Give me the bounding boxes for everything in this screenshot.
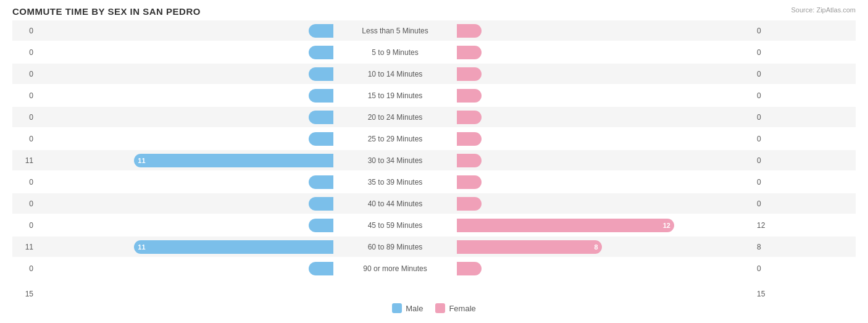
chart-row: 035 to 39 Minutes0 — [12, 172, 856, 192]
legend: Male Female — [12, 303, 856, 313]
female-bar — [457, 262, 482, 275]
female-bar — [457, 154, 482, 167]
row-label: 90 or more Minutes — [333, 264, 457, 273]
left-bar-container — [37, 262, 333, 275]
female-bar — [457, 89, 482, 103]
chart-row: 05 to 9 Minutes0 — [12, 42, 856, 62]
right-value: 0 — [753, 264, 778, 273]
male-bar — [309, 197, 333, 211]
legend-female-label: Female — [449, 304, 475, 313]
left-bar-container — [37, 197, 333, 211]
left-bar-container — [37, 67, 333, 81]
chart-row: 020 to 24 Minutes0 — [12, 107, 856, 127]
right-bar-container — [457, 46, 753, 59]
row-label: 40 to 44 Minutes — [333, 199, 457, 208]
female-bar — [457, 24, 482, 38]
legend-male-box — [392, 303, 402, 313]
female-bar — [457, 46, 482, 59]
female-bar: 12 — [457, 219, 674, 232]
right-value: 0 — [753, 199, 778, 208]
male-bar — [309, 24, 333, 38]
left-bar-container: 11 — [37, 240, 333, 254]
left-value: 0 — [12, 178, 37, 187]
left-value: 0 — [12, 27, 37, 35]
right-bar-container — [457, 197, 753, 211]
chart-row: 090 or more Minutes0 — [12, 258, 856, 279]
male-bar: 11 — [134, 240, 333, 254]
row-label: Less than 5 Minutes — [333, 27, 457, 35]
axis-row: 15 15 — [12, 290, 856, 298]
chart-row: 045 to 59 Minutes1212 — [12, 215, 856, 235]
axis-left-label: 15 — [12, 290, 37, 298]
left-value: 0 — [12, 199, 37, 208]
right-value: 0 — [753, 70, 778, 78]
male-bar — [309, 132, 333, 146]
chart-row: 010 to 14 Minutes0 — [12, 64, 856, 84]
left-value: 0 — [12, 70, 37, 78]
row-label: 30 to 34 Minutes — [333, 156, 457, 165]
row-label: 15 to 19 Minutes — [333, 91, 457, 100]
row-label: 25 to 29 Minutes — [333, 135, 457, 143]
right-value: 0 — [753, 91, 778, 100]
chart-row: 015 to 19 Minutes0 — [12, 85, 856, 106]
right-bar-container — [457, 89, 753, 103]
chart-container: COMMUTE TIME BY SEX IN SAN PEDRO Source:… — [0, 0, 868, 323]
source-label: Source: ZipAtlas.com — [791, 6, 856, 14]
left-bar-container — [37, 111, 333, 124]
right-value: 0 — [753, 156, 778, 165]
right-bar-container — [457, 175, 753, 189]
left-value: 0 — [12, 48, 37, 57]
right-bar-container — [457, 132, 753, 146]
chart-row: 0Less than 5 Minutes0 — [12, 20, 856, 41]
chart-area: 0Less than 5 Minutes005 to 9 Minutes0010… — [12, 20, 856, 286]
left-value: 0 — [12, 264, 37, 273]
right-bar-container: 8 — [457, 240, 753, 254]
male-bar — [309, 89, 333, 103]
right-value: 0 — [753, 27, 778, 35]
male-bar — [309, 67, 333, 81]
male-bar — [309, 219, 333, 232]
male-bar: 11 — [134, 154, 333, 167]
male-bar — [309, 46, 333, 59]
chart-row: 111130 to 34 Minutes0 — [12, 150, 856, 170]
male-bar — [309, 262, 333, 275]
female-bar — [457, 132, 482, 146]
right-bar-container — [457, 111, 753, 124]
left-value: 0 — [12, 221, 37, 230]
row-label: 20 to 24 Minutes — [333, 113, 457, 122]
axis-right-label: 15 — [753, 290, 778, 298]
left-bar-container — [37, 175, 333, 189]
left-bar-container — [37, 219, 333, 232]
male-bar — [309, 111, 333, 124]
chart-title: COMMUTE TIME BY SEX IN SAN PEDRO — [12, 6, 856, 17]
right-bar-container — [457, 24, 753, 38]
left-bar-container — [37, 89, 333, 103]
right-bar-container — [457, 67, 753, 81]
row-label: 5 to 9 Minutes — [333, 48, 457, 57]
female-bar: 8 — [457, 240, 602, 254]
left-value: 0 — [12, 91, 37, 100]
left-value: 11 — [12, 156, 37, 165]
right-value: 12 — [753, 221, 778, 230]
left-value: 0 — [12, 113, 37, 122]
right-value: 0 — [753, 113, 778, 122]
female-bar — [457, 67, 482, 81]
female-bar — [457, 197, 482, 211]
chart-row: 040 to 44 Minutes0 — [12, 193, 856, 214]
right-value: 0 — [753, 48, 778, 57]
right-bar-container — [457, 262, 753, 275]
left-bar-container — [37, 46, 333, 59]
left-bar-container — [37, 132, 333, 146]
male-bar — [309, 175, 333, 189]
right-value: 0 — [753, 135, 778, 143]
right-bar-container: 12 — [457, 219, 753, 232]
row-label: 60 to 89 Minutes — [333, 243, 457, 251]
chart-row: 111160 to 89 Minutes88 — [12, 237, 856, 257]
row-label: 35 to 39 Minutes — [333, 178, 457, 187]
right-bar-container — [457, 154, 753, 167]
right-value: 0 — [753, 178, 778, 187]
legend-female: Female — [435, 303, 475, 313]
legend-male: Male — [392, 303, 423, 313]
left-bar-container — [37, 24, 333, 38]
row-label: 45 to 59 Minutes — [333, 221, 457, 230]
